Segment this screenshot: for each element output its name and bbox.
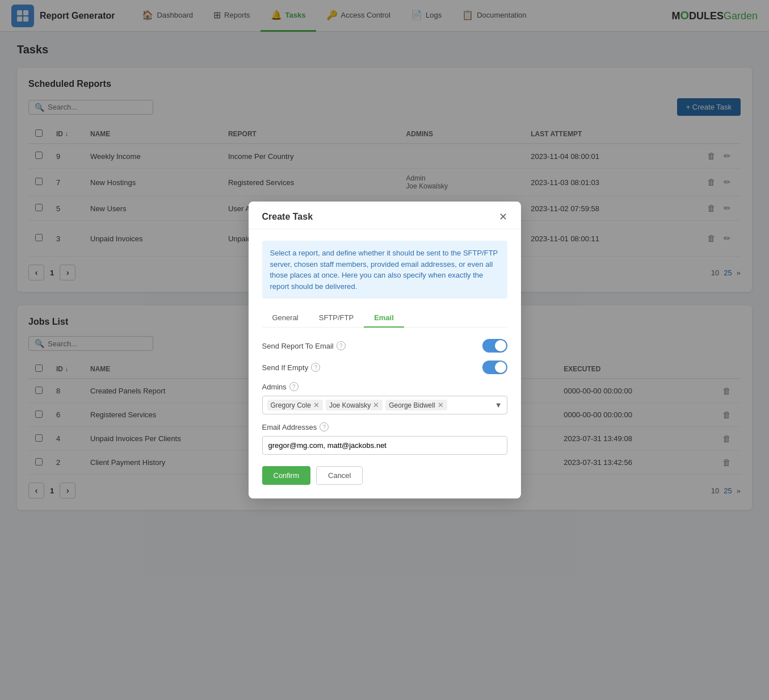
modal-info-text: Select a report, and define whether it s… [262,241,507,299]
remove-joe-kowalsky-button[interactable]: ✕ [373,401,379,409]
modal-tabs: General SFTP/FTP Email [262,309,507,328]
modal-title: Create Task [262,212,313,222]
admins-dropdown-arrow[interactable]: ▼ [495,401,502,409]
email-addresses-help-icon[interactable]: ? [320,422,329,431]
remove-gregory-cole-button[interactable]: ✕ [313,401,320,409]
send-report-toggle-knob [495,340,506,351]
send-report-help-icon[interactable]: ? [337,341,346,350]
send-if-empty-row: Send If Empty ? [262,361,507,374]
create-task-modal: Create Task ✕ Select a report, and defin… [249,202,521,498]
modal-footer: Confirm Cancel [262,466,507,487]
admin-tag-george-bidwell: George Bidwell ✕ [385,400,447,410]
send-report-label: Send Report To Email ? [262,341,346,350]
confirm-button[interactable]: Confirm [262,466,311,485]
admin-tag-joe-kowalsky: Joe Kowalsky ✕ [326,400,383,410]
email-addresses-label: Email Addresses ? [262,422,507,431]
admin-tag-gregory-cole: Gregory Cole ✕ [267,400,323,410]
tab-general[interactable]: General [262,309,309,328]
modal-body: Select a report, and define whether it s… [249,229,521,498]
admins-label: Admins ? [262,382,507,391]
send-if-empty-label: Send If Empty ? [262,363,321,372]
send-report-toggle[interactable] [482,339,507,353]
modal-close-button[interactable]: ✕ [499,212,507,222]
remove-george-bidwell-button[interactable]: ✕ [438,401,444,409]
send-if-empty-toggle-knob [495,362,506,373]
cancel-button[interactable]: Cancel [316,466,363,485]
send-report-row: Send Report To Email ? [262,339,507,353]
email-addresses-input[interactable] [262,436,507,455]
admins-help-icon[interactable]: ? [289,382,299,391]
admins-select[interactable]: Gregory Cole ✕ Joe Kowalsky ✕ George Bid… [262,396,507,414]
tab-sftp-ftp[interactable]: SFTP/FTP [309,309,364,328]
modal-header: Create Task ✕ [249,202,521,229]
send-if-empty-toggle[interactable] [482,361,507,374]
send-if-empty-help-icon[interactable]: ? [311,363,320,372]
modal-overlay: Create Task ✕ Select a report, and defin… [0,0,769,535]
tab-email[interactable]: Email [364,309,404,328]
